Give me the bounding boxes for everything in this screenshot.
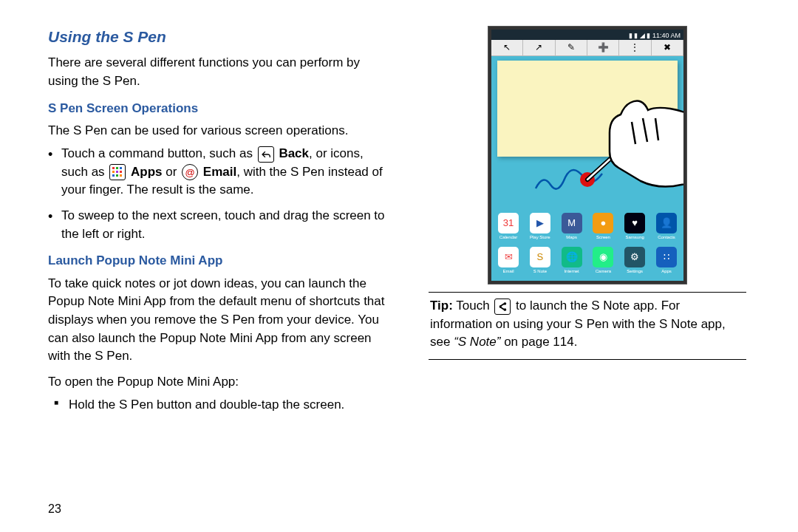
status-bar: ▮ ▮ ◢ ▮ 11:40 AM bbox=[491, 30, 683, 40]
dock-app: SS Note bbox=[528, 247, 553, 278]
sec1-intro: The S Pen can be used for various screen… bbox=[48, 122, 392, 140]
svg-rect-7 bbox=[116, 174, 118, 177]
dock-app: 👤Contacts bbox=[654, 213, 679, 244]
dock-app: ▶Play Store bbox=[528, 213, 553, 244]
app-dock: 31Calendar▶Play StoreMMaps●Screen♥Samsun… bbox=[491, 210, 683, 281]
dock-app: MMaps bbox=[559, 213, 584, 244]
svg-rect-2 bbox=[120, 167, 122, 169]
bullet1-text-3: or bbox=[163, 165, 181, 179]
dock-app: 🌐Internet bbox=[559, 247, 584, 278]
dock-app: 31Calendar bbox=[496, 213, 521, 244]
heading-using-s-pen: Using the S Pen bbox=[48, 26, 392, 48]
back-icon bbox=[258, 146, 274, 163]
toolbar-button: ↖ bbox=[491, 40, 523, 55]
bullet-sweep: To sweep to the next screen, touch and d… bbox=[61, 207, 392, 243]
toolbar-button: ➕ bbox=[587, 40, 619, 55]
tip-ref: “S Note” bbox=[454, 335, 500, 349]
dock-app: ●Screen bbox=[590, 213, 615, 244]
page-number: 23 bbox=[48, 500, 61, 517]
sec2-lead: To open the Popup Note Mini App: bbox=[48, 373, 392, 392]
heading-popup-note: Launch Popup Note Mini App bbox=[48, 252, 392, 270]
hand-drawing-overlay bbox=[491, 59, 683, 207]
dock-app: ◉Camera bbox=[590, 247, 615, 278]
svg-rect-4 bbox=[116, 171, 118, 173]
toolbar-button: ✎ bbox=[556, 40, 587, 55]
tip-top-divider bbox=[429, 292, 746, 293]
sec2-step: Hold the S Pen button and double-tap the… bbox=[48, 396, 392, 415]
dock-app: ♥Samsung bbox=[622, 213, 647, 244]
tip-prefix: Tip: bbox=[430, 299, 453, 313]
note-toolbar: ↖↗✎➕⋮✖ bbox=[491, 40, 683, 56]
svg-rect-8 bbox=[120, 174, 122, 177]
tip-text-1: Touch bbox=[453, 299, 494, 313]
sec2-para: To take quick notes or jot down ideas, y… bbox=[48, 275, 392, 366]
toolbar-button: ↗ bbox=[523, 40, 555, 55]
svg-rect-0 bbox=[112, 167, 115, 169]
svg-rect-3 bbox=[112, 171, 115, 173]
intro-text: There are several different functions yo… bbox=[48, 54, 392, 90]
hand-icon bbox=[610, 101, 683, 187]
tip-box: Tip: Touch to launch the S Note app. For… bbox=[429, 297, 746, 352]
bullet1-text-1: Touch a command button, such as bbox=[61, 146, 256, 160]
dock-app: ∷Apps bbox=[654, 247, 679, 278]
dock-app: ✉Email bbox=[496, 247, 521, 278]
svg-rect-1 bbox=[116, 167, 118, 169]
email-label: Email bbox=[203, 165, 236, 179]
heading-screen-ops: S Pen Screen Operations bbox=[48, 100, 392, 118]
apps-label: Apps bbox=[131, 165, 163, 179]
dock-app: ⚙Settings bbox=[622, 247, 647, 278]
email-icon: @ bbox=[182, 164, 198, 180]
status-time: 11:40 AM bbox=[652, 32, 681, 39]
back-label: Back bbox=[279, 146, 309, 160]
bullet-touch-command: Touch a command button, such as Back, or… bbox=[61, 145, 392, 200]
svg-rect-5 bbox=[120, 171, 122, 173]
toolbar-button: ⋮ bbox=[619, 40, 651, 55]
svg-rect-6 bbox=[112, 174, 115, 177]
device-illustration: ▮ ▮ ◢ ▮ 11:40 AM ↖↗✎➕⋮✖ 31C bbox=[488, 26, 687, 284]
share-icon bbox=[494, 299, 511, 315]
tip-text-3: on page 114. bbox=[500, 335, 577, 349]
toolbar-button: ✖ bbox=[652, 40, 683, 55]
apps-icon bbox=[109, 164, 126, 180]
tip-bottom-divider bbox=[429, 359, 746, 360]
